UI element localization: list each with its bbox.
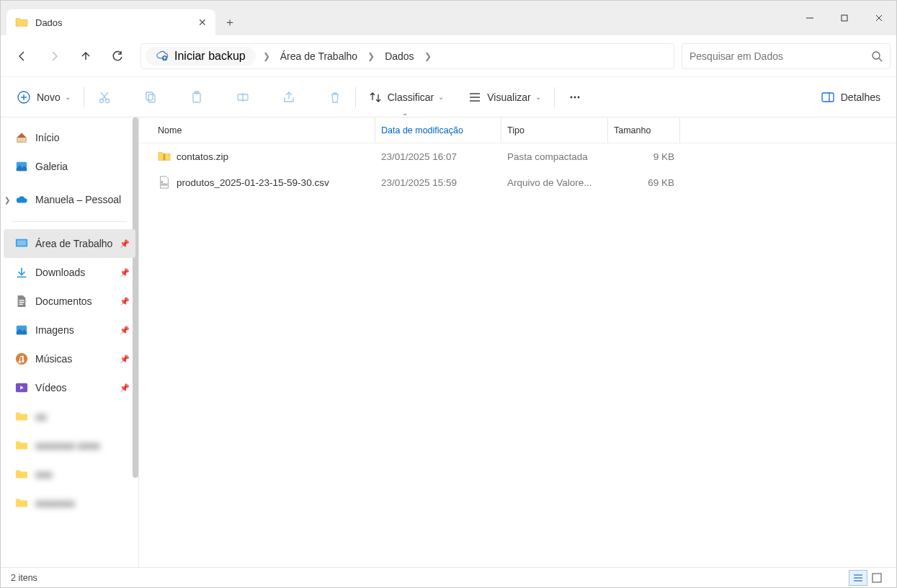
svg-rect-39 [161,184,168,184]
sidebar-item-folder[interactable]: aaaaaaa aaaa [4,431,135,460]
new-tab-button[interactable]: ＋ [215,9,244,35]
paste-button[interactable] [184,84,210,110]
new-button[interactable]: Novo ⌄ [11,84,76,110]
svg-point-5 [873,52,880,59]
toolbar: Novo ⌄ Classificar ⌄ Visualizar ⌄ Detalh… [1,77,896,117]
zip-file-icon [158,150,171,163]
sort-button[interactable]: Classificar ⌄ [363,84,450,110]
title-bar: Dados ✕ ＋ [1,1,896,35]
sidebar-item-home[interactable]: Início [4,123,135,152]
close-window-button[interactable] [862,1,896,35]
file-date: 23/01/2025 15:59 [375,177,501,188]
column-header-date[interactable]: Data de modificação [375,117,501,143]
file-row[interactable]: x produtos_2025-01-23-15-59-30.csv 23/01… [139,169,896,195]
refresh-button[interactable] [102,42,133,71]
sidebar-item-downloads[interactable]: Downloads 📌 [4,258,135,287]
folder-icon [15,410,28,423]
svg-rect-30 [17,241,27,246]
breadcrumb-segment[interactable]: Dados [379,44,419,68]
chevron-right-icon[interactable]: ❯ [420,51,436,61]
folder-icon [15,496,28,509]
sidebar-item-onedrive[interactable]: ❯ Manuela – Pessoal [4,185,135,214]
thumbnails-view-button[interactable] [867,570,886,586]
rename-button[interactable] [230,84,256,110]
svg-rect-33 [19,304,22,305]
delete-button[interactable] [322,84,348,110]
sidebar-item-folder[interactable]: aaa [4,460,135,489]
main-area: Início Galeria ❯ Manuela – Pessoal Área … [1,117,896,567]
sidebar-item-label: aaaaaaa [35,497,75,509]
search-box[interactable] [682,43,891,69]
column-header-type[interactable]: Tipo [501,117,608,143]
pin-icon[interactable]: 📌 [120,326,130,335]
file-size: 69 KB [608,177,674,188]
chevron-right-icon[interactable]: ❯ [259,51,275,61]
up-button[interactable] [70,42,102,71]
back-button[interactable] [6,42,38,71]
minimize-button[interactable] [793,1,827,35]
file-list[interactable]: contatos.zip 23/01/2025 16:07 Pasta comp… [139,143,896,567]
document-icon [15,295,28,308]
nav-bar: Iniciar backup ❯ Área de Trabalho ❯ Dado… [1,35,896,77]
pin-icon[interactable]: 📌 [120,383,130,393]
divider [12,221,127,222]
svg-point-24 [574,96,576,98]
svg-point-23 [570,96,572,98]
tab-title: Dados [35,17,198,28]
search-input[interactable] [690,50,871,62]
sidebar-item-music[interactable]: Músicas 📌 [4,344,135,373]
maximize-button[interactable] [827,1,862,35]
view-label: Visualizar [487,92,530,103]
pictures-icon [15,324,28,337]
forward-button[interactable] [38,42,70,71]
svg-rect-37 [164,153,166,160]
file-type: Arquivo de Valore... [501,177,608,188]
sidebar-item-videos[interactable]: Vídeos 📌 [4,373,135,402]
share-button[interactable] [276,84,302,110]
sidebar-item-documents[interactable]: Documentos 📌 [4,287,135,316]
more-button[interactable] [562,84,588,110]
download-icon [15,266,28,279]
details-view-button[interactable] [849,570,867,586]
sidebar-item-folder[interactable]: aa [4,402,135,431]
breadcrumb[interactable]: Iniciar backup ❯ Área de Trabalho ❯ Dado… [140,43,674,69]
pin-icon[interactable]: 📌 [120,239,130,249]
sidebar-item-pictures[interactable]: Imagens 📌 [4,316,135,344]
sidebar-item-label: Início [35,132,59,143]
sidebar-item-desktop[interactable]: Área de Trabalho 📌 [4,229,135,258]
tab-active[interactable]: Dados ✕ [6,9,215,35]
sidebar-item-gallery[interactable]: Galeria [4,152,135,181]
chevron-right-icon[interactable]: ❯ [363,51,379,61]
details-label: Detalhes [841,92,880,103]
pin-icon[interactable]: 📌 [120,355,130,364]
sidebar-item-label: Área de Trabalho [35,238,112,249]
cut-icon [97,90,112,104]
chevron-right-icon[interactable]: ❯ [4,196,10,204]
svg-rect-16 [193,93,200,102]
copy-button[interactable] [138,84,164,110]
csv-file-icon: x [158,176,171,189]
pin-icon[interactable]: 📌 [120,268,130,277]
sidebar[interactable]: Início Galeria ❯ Manuela – Pessoal Área … [1,117,139,567]
file-row[interactable]: contatos.zip 23/01/2025 16:07 Pasta comp… [139,143,896,169]
music-icon [15,352,28,365]
gallery-icon [15,160,28,173]
svg-rect-15 [148,94,155,102]
sidebar-item-folder[interactable]: aaaaaaa [4,489,135,517]
folder-icon [15,468,28,481]
view-button[interactable]: Visualizar ⌄ [463,84,546,110]
separator [355,87,356,107]
backup-pill[interactable]: Iniciar backup [146,47,256,66]
close-icon[interactable]: ✕ [198,17,207,28]
file-name: contatos.zip [177,151,228,162]
file-type: Pasta compactada [501,151,608,162]
breadcrumb-segment[interactable]: Área de Trabalho [275,44,363,68]
column-header-size[interactable]: Tamanho [608,117,680,143]
cut-button[interactable] [92,84,117,110]
pin-icon[interactable]: 📌 [120,297,130,306]
details-panel-button[interactable]: Detalhes [815,84,886,110]
backup-label: Iniciar backup [174,50,246,63]
column-header-name[interactable]: Nome [152,117,375,143]
plus-circle-icon [17,90,31,104]
folder-icon [15,439,28,452]
